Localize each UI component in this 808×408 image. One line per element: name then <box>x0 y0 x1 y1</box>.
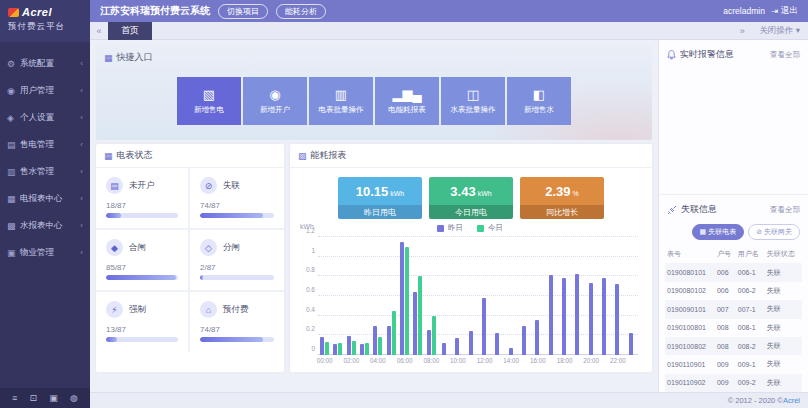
quick-button-add-account[interactable]: ◉新增开户 <box>243 77 307 125</box>
bar-昨日 <box>373 326 377 356</box>
status-badge-icon: ◇ <box>200 239 217 256</box>
chevron-left-icon: ‹ <box>80 140 83 149</box>
offline-panel-title: 失联信息 <box>681 203 766 216</box>
offline-view-all-link[interactable]: 查看全部 <box>770 205 800 215</box>
sidebar-item-sell-water[interactable]: ▥售水管理‹ <box>0 158 90 185</box>
status-value: 13/87 <box>106 325 178 334</box>
bar-group <box>358 237 371 355</box>
energy-analysis-button[interactable]: 能耗分析 <box>276 4 326 19</box>
meter-status-item: ⊘失联74/87 <box>190 168 284 230</box>
x-tick-label: 08:00 <box>423 357 439 364</box>
bar-group: 06:00 <box>398 237 411 355</box>
bar-group <box>545 237 558 355</box>
bar-昨日 <box>455 338 459 355</box>
bar-今日 <box>325 342 329 355</box>
monitor-icon[interactable]: ⊡ <box>30 393 38 403</box>
bar-昨日 <box>575 274 579 355</box>
table-row: 0190080101006006-1失联 <box>665 263 802 281</box>
offline-status-cell: 失联 <box>765 282 802 300</box>
kpi-tile: 2.39%同比增长 <box>520 177 604 219</box>
chevron-left-icon: ‹ <box>80 194 83 203</box>
quick-button-label: 新增售电 <box>194 105 224 115</box>
alarm-panel-title: 实时报警信息 <box>680 48 766 61</box>
quick-button-energy-report[interactable]: ▂▆▄电能耗报表 <box>375 77 439 125</box>
table-header-row: 表号户号用户名失联状态 <box>665 245 802 263</box>
bar-昨日 <box>347 336 351 355</box>
table-cell: 009-2 <box>736 374 765 392</box>
status-progress-bar <box>200 275 274 280</box>
sidebar-item-users[interactable]: ◉用户管理‹ <box>0 77 90 104</box>
alarm-view-all-link[interactable]: 查看全部 <box>770 50 800 60</box>
bar-今日 <box>338 343 342 355</box>
tab-bar: « 首页 » 关闭操作 ▾ <box>90 22 808 40</box>
switch-project-button[interactable]: 切换项目 <box>218 4 268 19</box>
sidebar-item-electricity-report[interactable]: ▦电报表中心‹ <box>0 185 90 212</box>
lock-icon[interactable]: ▣ <box>49 393 58 403</box>
quick-button-add-sale-electricity[interactable]: ▧新增售电 <box>177 77 241 125</box>
bar-今日 <box>418 276 422 355</box>
tab-home[interactable]: 首页 <box>108 22 152 40</box>
chevron-left-icon: ‹ <box>80 248 83 257</box>
sidebar-item-person[interactable]: ◈个人设置‹ <box>0 104 90 131</box>
sidebar-item-water-report[interactable]: ▩水报表中心‹ <box>0 212 90 239</box>
bar-group: 00:00 <box>318 237 331 355</box>
water-batch-icon: ◫ <box>467 88 479 102</box>
x-tick-label: 20:00 <box>583 357 599 364</box>
y-tick-label: 1.2 <box>306 227 315 234</box>
table-row: 0190110902009009-2失联 <box>665 374 802 392</box>
bar-昨日 <box>615 284 619 355</box>
sidebar-item-gear[interactable]: ⚙系统配置‹ <box>0 50 90 77</box>
acrel-footer-link[interactable]: Acrel <box>783 396 800 405</box>
sidebar-item-sell-electricity[interactable]: ▤售电管理‹ <box>0 131 90 158</box>
sidebar: Acrel 预付费云平台 ⚙系统配置‹◉用户管理‹◈个人设置‹▤售电管理‹▥售水… <box>0 0 90 408</box>
offline-status-cell: 失联 <box>765 374 802 392</box>
energy-report-card: ▧ 能耗报表 10.15kWh昨日用电3.43kWh今日用电2.39%同比增长 … <box>290 144 652 372</box>
offline-tab[interactable]: ▦失联电表 <box>692 224 745 240</box>
top-header-bar: 江苏安科瑞预付费云系统 切换项目 能耗分析 acreladmin ⇥ 退出 <box>90 0 808 22</box>
table-cell: 009 <box>715 374 736 392</box>
chevron-left-icon: ‹ <box>80 167 83 176</box>
status-label: 合闸 <box>129 242 146 254</box>
bars-container: 00:0002:0004:0006:0008:0010:0012:0014:00… <box>318 237 638 355</box>
quick-entry-title: 快捷入口 <box>117 51 153 64</box>
close-operations-dropdown[interactable]: 关闭操作 ▾ <box>759 25 800 37</box>
quick-button-meter-batch[interactable]: ▥电表批量操作 <box>309 77 373 125</box>
bar-group <box>385 237 398 355</box>
chevron-left-icon: ‹ <box>80 221 83 230</box>
logout-button[interactable]: ⇥ 退出 <box>771 5 798 17</box>
bar-昨日 <box>629 333 633 355</box>
add-sale-water-icon: ◧ <box>533 88 545 102</box>
menu-icon[interactable]: ≡ <box>12 393 17 403</box>
add-account-icon: ◉ <box>269 88 280 102</box>
add-sale-electricity-icon: ▧ <box>203 88 215 102</box>
bar-group: 22:00 <box>611 237 624 355</box>
quick-button-label: 新增开户 <box>260 105 290 115</box>
status-label: 未开户 <box>129 180 155 192</box>
quick-entry-icon: ▦ <box>104 53 113 63</box>
tabs-scroll-right-icon[interactable]: » <box>733 26 751 36</box>
quick-entry-buttons: ▧新增售电◉新增开户▥电表批量操作▂▆▄电能耗报表◫水表批量操作◧新增售水 <box>177 77 571 125</box>
offline-tab[interactable]: ⊘失联网关 <box>748 224 800 240</box>
bar-昨日 <box>413 292 417 355</box>
acrel-logo-icon <box>8 8 19 17</box>
sidebar-item-label: 系统配置 <box>20 58 80 70</box>
app-window: Acrel 预付费云平台 ⚙系统配置‹◉用户管理‹◈个人设置‹▤售电管理‹▥售水… <box>0 0 808 408</box>
kpi-unit: kWh <box>478 190 492 197</box>
sidebar-item-label: 个人设置 <box>20 112 80 124</box>
bar-昨日 <box>522 326 526 356</box>
sell-water-icon: ▥ <box>7 167 20 177</box>
gear-icon: ⚙ <box>7 59 20 69</box>
quick-button-water-batch[interactable]: ◫水表批量操作 <box>441 77 505 125</box>
tabs-scroll-left-icon[interactable]: « <box>90 26 108 36</box>
status-progress-bar <box>200 337 274 342</box>
quick-button-add-sale-water[interactable]: ◧新增售水 <box>507 77 571 125</box>
sidebar-item-property[interactable]: ▣物业管理‹ <box>0 239 90 266</box>
bar-今日 <box>378 337 382 355</box>
x-tick-label: 10:00 <box>450 357 466 364</box>
legend-swatch <box>477 225 484 232</box>
x-tick-label: 22:00 <box>610 357 626 364</box>
globe-icon[interactable]: ◍ <box>70 393 78 403</box>
kpi-label: 今日用电 <box>429 205 513 219</box>
status-badge-icon: ◆ <box>106 239 123 256</box>
brand-name: Acrel <box>22 6 52 18</box>
